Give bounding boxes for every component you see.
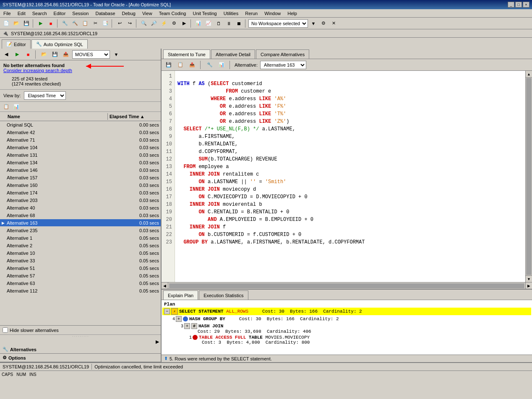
- alternatives-list[interactable]: Original SQL 0.00 secs Alternative 42 0.…: [0, 121, 161, 325]
- list-chart-btn[interactable]: 📊: [12, 102, 21, 111]
- menu-debug[interactable]: Debug: [120, 10, 137, 16]
- tab-statement-to-tune[interactable]: Statement to Tune: [163, 49, 210, 59]
- minimize-button[interactable]: _: [508, 2, 514, 8]
- list-copy-btn[interactable]: 📋: [2, 102, 11, 111]
- restore-button[interactable]: □: [515, 2, 522, 8]
- tb-btn15[interactable]: 📊: [194, 19, 203, 28]
- alternative-dropdown[interactable]: Alternative 163: [260, 61, 306, 69]
- options-section[interactable]: ⚙ Options: [0, 354, 161, 362]
- tab-explain-plan[interactable]: Explain Plan: [163, 290, 198, 300]
- list-item-9[interactable]: Alternative 174 0.03 secs: [0, 189, 161, 197]
- list-item-8[interactable]: Alternative 160 0.03 secs: [0, 181, 161, 189]
- rt-btn1[interactable]: 💾: [164, 60, 173, 70]
- tb-new[interactable]: 📄: [2, 19, 11, 28]
- list-item-5[interactable]: Alternative 134 0.03 secs: [0, 159, 161, 166]
- tb-btn16[interactable]: 📈: [204, 19, 213, 28]
- list-item-10[interactable]: Alternative 203 0.03 secs: [0, 197, 161, 204]
- close-button[interactable]: ×: [523, 2, 529, 8]
- workspace-dropdown[interactable]: No Workspace selected: [248, 19, 308, 28]
- menu-window[interactable]: Window: [263, 10, 282, 16]
- list-item-16[interactable]: Alternative 2 0.05 secs: [0, 242, 161, 249]
- rt-btn4[interactable]: 🔧: [205, 60, 214, 70]
- tb-btn9[interactable]: ↪: [125, 19, 134, 28]
- tb-btn7[interactable]: 📑: [101, 19, 110, 28]
- list-item-0[interactable]: Original SQL 0.00 secs: [0, 121, 161, 129]
- tab-alternative-detail[interactable]: Alternative Detail: [211, 49, 255, 59]
- code-scrollbar-v[interactable]: ▲ ▼: [525, 71, 532, 282]
- schema-dropdown[interactable]: MOVIES: [72, 50, 110, 59]
- scroll-down-btn[interactable]: ▼: [526, 275, 532, 282]
- view-by-dropdown[interactable]: Elapsed Time: [24, 91, 66, 100]
- ws-btn1[interactable]: ▼: [309, 19, 318, 28]
- tb-btn3[interactable]: 🔧: [60, 19, 70, 28]
- list-item-19[interactable]: Alternative 51 0.05 secs: [0, 264, 161, 272]
- list-item-17[interactable]: Alternative 10 0.05 secs: [0, 249, 161, 257]
- tb-run[interactable]: ▶: [36, 19, 45, 28]
- list-item-12[interactable]: Alternative 68 0.03 secs: [0, 212, 161, 219]
- tab-execution-statistics[interactable]: Execution Statistics: [199, 290, 248, 300]
- list-item-11[interactable]: Alternative 40 0.03 secs: [0, 204, 161, 212]
- tb-btn12[interactable]: ⚡: [159, 19, 169, 28]
- expand-arrow[interactable]: ▶: [0, 338, 161, 345]
- alternatives-section[interactable]: 🔧 Alternatives: [0, 345, 161, 354]
- scroll-left-btn[interactable]: ◀: [162, 282, 168, 289]
- code-scrollbar-h[interactable]: ◀ ▶: [162, 282, 532, 289]
- tb-save[interactable]: 💾: [22, 19, 31, 28]
- consider-link[interactable]: Consider increasing search depth: [3, 68, 157, 73]
- ws-btn2[interactable]: ⚙: [319, 19, 328, 28]
- ws-btn3[interactable]: ✕: [329, 19, 338, 28]
- left-save-btn[interactable]: 💾: [50, 50, 60, 59]
- list-item-13[interactable]: ▶ Alternative 163 0.03 secs: [0, 219, 161, 227]
- list-item-14[interactable]: Alternative 235 0.03 secs: [0, 227, 161, 234]
- list-item-7[interactable]: Alternative 157 0.03 secs: [0, 174, 161, 181]
- tb-btn8[interactable]: ↩: [115, 19, 124, 28]
- scroll-up-btn[interactable]: ▲: [526, 71, 532, 78]
- list-item-21[interactable]: Alternative 63 0.05 secs: [0, 280, 161, 287]
- menu-database[interactable]: Database: [94, 10, 117, 16]
- rt-btn3[interactable]: 📤: [188, 60, 197, 70]
- list-item-4[interactable]: Alternative 131 0.03 secs: [0, 151, 161, 159]
- list-item-1[interactable]: Alternative 42 0.03 secs: [0, 129, 161, 136]
- tb-btn10[interactable]: 🔍: [139, 19, 149, 28]
- hide-slower-label[interactable]: Hide slower alternatives: [3, 327, 158, 333]
- menu-session[interactable]: Session: [70, 10, 90, 16]
- tab-compare-alternatives[interactable]: Compare Alternatives: [256, 49, 309, 59]
- menu-help[interactable]: Help: [286, 10, 299, 16]
- list-item-20[interactable]: Alternative 57 0.05 secs: [0, 272, 161, 280]
- tb-btn17[interactable]: 🗒: [214, 19, 223, 28]
- list-item-22[interactable]: Alternative 112 0.05 secs: [0, 287, 161, 295]
- menu-view[interactable]: View: [141, 10, 154, 16]
- code-content[interactable]: WITH f AS (SELECT customerid FROM custom…: [175, 71, 525, 282]
- scroll-h-thumb[interactable]: [169, 283, 524, 288]
- resize-handle[interactable]: · · · · · · · · ·: [0, 334, 161, 338]
- menu-team-coding[interactable]: Team Coding: [157, 10, 188, 16]
- menu-editor[interactable]: Editor: [52, 10, 68, 16]
- menu-unit-testing[interactable]: Unit Testing: [191, 10, 218, 16]
- menu-search[interactable]: Search: [31, 10, 49, 16]
- list-item-18[interactable]: Alternative 33 0.05 secs: [0, 257, 161, 264]
- left-open-btn[interactable]: 📂: [39, 50, 49, 59]
- tb-btn5[interactable]: 📋: [81, 19, 90, 28]
- list-item-6[interactable]: Alternative 146 0.03 secs: [0, 166, 161, 174]
- tb-btn14[interactable]: ▶: [180, 19, 189, 28]
- menu-file[interactable]: File: [2, 10, 13, 16]
- tab-auto-optimize[interactable]: 🔧 Auto Optimize SQL: [31, 39, 88, 49]
- menu-rerun[interactable]: Rerun: [243, 10, 259, 16]
- schema-dropdown-arrow[interactable]: ▼: [112, 50, 121, 59]
- menu-utilities[interactable]: Utilities: [222, 10, 240, 16]
- tb-btn6[interactable]: ✂: [91, 19, 100, 28]
- scroll-right-btn[interactable]: ▶: [525, 282, 532, 289]
- tb-btn13[interactable]: ⚙: [170, 19, 179, 28]
- menu-edit[interactable]: Edit: [16, 10, 27, 16]
- list-item-3[interactable]: Alternative 104 0.03 secs: [0, 144, 161, 151]
- rt-btn5[interactable]: 📊: [217, 60, 226, 70]
- tab-editor[interactable]: 📝 Editor: [2, 39, 31, 49]
- tb-btn19[interactable]: ⏹: [234, 19, 243, 28]
- tb-stop[interactable]: ■: [46, 19, 55, 28]
- left-run-btn[interactable]: ▶: [13, 50, 22, 59]
- tb-btn11[interactable]: 🔎: [149, 19, 159, 28]
- left-export-btn[interactable]: 📤: [61, 50, 70, 59]
- list-item-2[interactable]: Alternative 71 0.03 secs: [0, 136, 161, 144]
- left-back-btn[interactable]: ◀: [2, 50, 11, 59]
- rt-btn2[interactable]: 📋: [176, 60, 185, 70]
